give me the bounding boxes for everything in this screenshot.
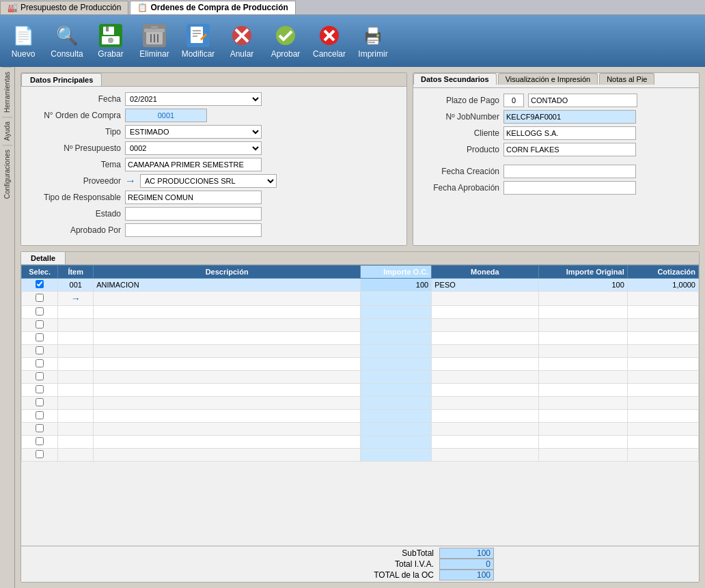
tab-ordenes[interactable]: 📋 Ordenes de Compra de Producción xyxy=(130,1,295,14)
selec-checkbox[interactable] xyxy=(36,307,44,316)
detalle-section: Detalle Selec. Ítem Descripción Importe … xyxy=(20,251,700,583)
fecha-creacion-input[interactable] xyxy=(503,165,636,178)
row-job-number: Nº JobNumber xyxy=(424,110,688,124)
svg-point-4 xyxy=(108,38,113,43)
cell-cotizacion xyxy=(627,436,698,449)
cell-selec xyxy=(22,410,58,423)
cell-selec xyxy=(22,449,58,462)
title-bar: 🏭 Presupuesto de Producción 📋 Ordenes de… xyxy=(0,0,705,15)
label-tema: Tema xyxy=(32,160,121,169)
producto-input[interactable] xyxy=(503,143,636,156)
cell-item xyxy=(58,306,94,319)
tipo-select[interactable]: ESTIMADO xyxy=(125,125,262,139)
anular-icon xyxy=(230,23,254,48)
selec-checkbox[interactable] xyxy=(36,450,44,458)
modificar-button[interactable]: Modificar xyxy=(180,23,216,59)
selec-checkbox[interactable] xyxy=(36,346,44,354)
row-fecha-creacion: Fecha Creación xyxy=(424,165,688,178)
row-estado: Estado xyxy=(32,207,396,221)
table-row xyxy=(22,423,699,436)
selec-checkbox[interactable] xyxy=(36,424,44,432)
selec-checkbox[interactable] xyxy=(36,372,44,380)
plazo-pago-text[interactable] xyxy=(528,94,637,107)
cell-cotizacion xyxy=(627,306,698,319)
aprobar-button[interactable]: Aprobar xyxy=(268,23,303,59)
tab-visualizacion[interactable]: Visualización e Impresión xyxy=(498,73,598,85)
selec-checkbox[interactable] xyxy=(36,385,44,393)
selec-checkbox[interactable] xyxy=(36,398,44,406)
detail-table: Selec. Ítem Descripción Importe O.C. Mon… xyxy=(21,265,699,462)
main-area: Herramientas Ayuda Configuraciones Datos… xyxy=(0,67,705,588)
col-selec: Selec. xyxy=(22,266,58,279)
sidebar-herramientas[interactable]: Herramientas xyxy=(2,67,12,117)
sidebar-ayuda[interactable]: Ayuda xyxy=(2,117,12,145)
selec-checkbox[interactable] xyxy=(36,437,44,445)
cell-importe-original xyxy=(538,423,627,436)
sidebar-configuraciones[interactable]: Configuraciones xyxy=(2,145,12,203)
table-row xyxy=(22,319,699,332)
subtotal-value: 100 xyxy=(477,548,490,558)
tab-datos-secundarios[interactable]: Datos Secundarios xyxy=(413,73,497,85)
grabar-button[interactable]: Grabar xyxy=(93,23,128,59)
row-orden: N° Orden de Compra xyxy=(32,109,396,122)
cell-importe-original xyxy=(538,358,627,371)
aprobado-input[interactable] xyxy=(125,223,262,237)
nuevo-button[interactable]: 📄 Nuevo xyxy=(5,23,41,59)
label-fecha-aprobacion: Fecha Aprobación xyxy=(424,183,499,193)
cell-descripcion xyxy=(94,345,361,358)
cell-cotizacion xyxy=(627,332,698,345)
selec-checkbox[interactable] xyxy=(36,280,44,288)
toolbar: 📄 Nuevo 🔍 Consulta Grabar xyxy=(0,15,705,67)
iva-value: 0 xyxy=(486,559,490,569)
job-number-input[interactable] xyxy=(503,110,636,124)
orden-input[interactable] xyxy=(125,109,207,122)
presupuesto-select[interactable]: 0002 xyxy=(125,141,262,155)
selec-checkbox[interactable] xyxy=(36,333,44,341)
tab-notas[interactable]: Notas al Pie xyxy=(599,73,654,85)
subtotal-row: SubTotal 100 xyxy=(21,548,699,559)
tab-presupuesto[interactable]: 🏭 Presupuesto de Producción xyxy=(0,1,128,14)
row-tipo: Tipo ESTIMADO xyxy=(32,125,396,139)
cell-moneda xyxy=(432,306,538,319)
tipo-responsable-input[interactable] xyxy=(125,191,262,204)
cell-moneda xyxy=(432,292,538,306)
cell-moneda: PESO xyxy=(432,279,538,292)
cell-cotizacion xyxy=(627,397,698,410)
selec-checkbox[interactable] xyxy=(36,359,44,367)
cancelar-button[interactable]: Cancelar xyxy=(312,23,347,59)
cell-descripcion xyxy=(94,319,361,332)
eliminar-button[interactable]: Eliminar xyxy=(137,23,172,59)
grabar-icon xyxy=(98,23,123,48)
selec-checkbox[interactable] xyxy=(36,294,44,302)
tab-datos-principales[interactable]: Datos Principales xyxy=(21,73,102,86)
fecha-input[interactable]: 02/2021 xyxy=(125,92,262,106)
cell-cotizacion xyxy=(627,319,698,332)
row-tipo-responsable: Tipo de Responsable xyxy=(32,191,396,204)
consulta-button[interactable]: 🔍 Consulta xyxy=(49,23,85,59)
imprimir-button[interactable]: Imprimir xyxy=(355,23,391,59)
panels-row: Datos Principales Fecha 02/2021 N° Orden… xyxy=(20,72,700,246)
row-producto: Producto xyxy=(424,143,688,156)
row-fecha-aprobacion: Fecha Aprobación xyxy=(424,181,688,195)
estado-input[interactable] xyxy=(125,207,262,221)
cell-importe xyxy=(361,423,432,436)
eliminar-icon xyxy=(142,23,167,48)
cell-moneda xyxy=(432,332,538,345)
selec-checkbox[interactable] xyxy=(36,411,44,419)
cell-importe-original xyxy=(538,410,627,423)
detail-table-container[interactable]: Selec. Ítem Descripción Importe O.C. Mon… xyxy=(21,265,699,546)
cell-descripcion xyxy=(94,306,361,319)
plazo-pago-num[interactable] xyxy=(503,94,524,107)
fecha-aprobacion-input[interactable] xyxy=(503,181,636,195)
cell-cotizacion xyxy=(627,410,698,423)
cell-importe xyxy=(361,306,432,319)
tema-input[interactable] xyxy=(125,158,262,171)
selec-checkbox[interactable] xyxy=(36,320,44,328)
tab-detalle[interactable]: Detalle xyxy=(21,252,66,264)
cell-moneda xyxy=(432,436,538,449)
proveedor-select[interactable]: AC PRODUCCIONES SRL xyxy=(140,174,277,188)
cell-selec xyxy=(22,332,58,345)
cliente-input[interactable] xyxy=(503,126,636,140)
anular-button[interactable]: Anular xyxy=(224,23,260,59)
cell-item xyxy=(58,436,94,449)
